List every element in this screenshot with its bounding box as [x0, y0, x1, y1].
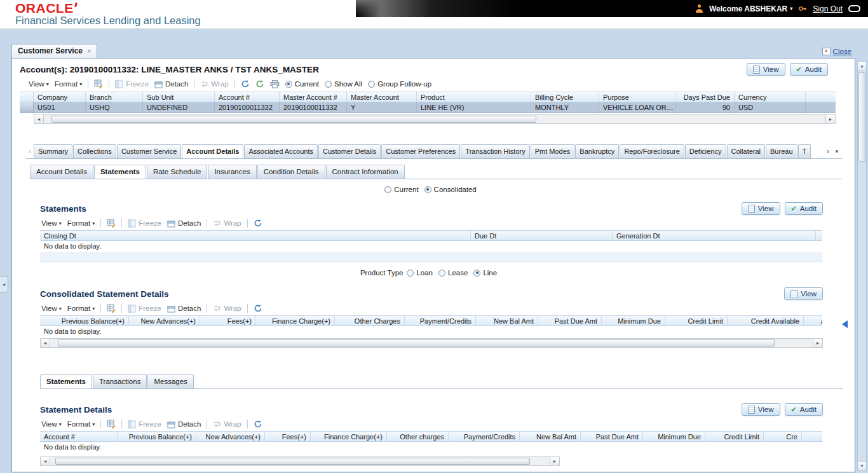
welcome-menu[interactable]: Welcome ABSHEKAR▾ — [709, 4, 792, 13]
column-header[interactable]: Billing Cycle — [531, 92, 599, 102]
scroll-right-icon[interactable]: ► — [813, 339, 822, 347]
column-header[interactable]: Other Charges — [335, 316, 405, 326]
column-header[interactable]: Finance Charge(+) — [311, 432, 387, 441]
tab-item[interactable]: Statements — [40, 374, 92, 388]
column-header[interactable]: Purpose — [599, 92, 675, 102]
audit-button[interactable]: ✔Audit — [785, 403, 823, 416]
column-header[interactable]: Other charges — [387, 432, 449, 441]
radio-option[interactable]: Group Follow-up — [368, 80, 431, 88]
refresh-all-icon[interactable] — [255, 79, 264, 88]
format-menu[interactable]: Format▾ — [67, 420, 95, 428]
view-menu[interactable]: View▾ — [41, 305, 62, 312]
refresh-icon[interactable] — [241, 79, 250, 88]
export-icon[interactable] — [107, 219, 116, 228]
freeze-button[interactable]: Freeze — [115, 80, 149, 88]
column-header[interactable]: Cre — [764, 432, 802, 441]
tab-item[interactable]: Transactions — [93, 374, 147, 388]
detach-button[interactable]: Detach — [167, 420, 201, 428]
radio-option[interactable]: Line — [473, 269, 497, 277]
tab-item[interactable]: Collateral — [727, 144, 765, 158]
tab-item[interactable]: Customer Service — [117, 144, 181, 158]
scroll-thumb[interactable] — [858, 72, 865, 161]
column-header[interactable]: Account # — [215, 92, 280, 102]
close-icon[interactable]: ✕ — [822, 48, 831, 55]
tab-customer-service[interactable]: Customer Service × — [11, 44, 97, 58]
freeze-button[interactable]: Freeze — [128, 420, 161, 428]
tab-item[interactable]: Repo/Foreclosure — [620, 144, 684, 158]
view-button[interactable]: View — [784, 287, 823, 300]
column-header[interactable]: Closing Dt — [40, 231, 471, 240]
refresh-icon[interactable] — [254, 304, 262, 313]
tab-item[interactable]: Insurances — [208, 165, 256, 179]
tab-item[interactable]: Account Details — [30, 165, 93, 179]
wrap-button[interactable]: Wrap — [200, 80, 228, 88]
column-header[interactable]: New Advances(+) — [196, 432, 265, 441]
wrap-button[interactable]: Wrap — [213, 420, 241, 428]
column-header[interactable]: Company — [34, 92, 86, 102]
column-header[interactable]: Minimum Due — [643, 432, 705, 441]
scroll-track[interactable] — [50, 457, 550, 465]
column-header[interactable]: New Bal Amt — [476, 316, 538, 326]
scroll-track[interactable] — [44, 115, 825, 123]
column-header[interactable]: Credit Limit — [705, 432, 764, 441]
audit-button[interactable]: ✔Audit — [790, 63, 828, 76]
column-header[interactable]: New Bal Amt — [520, 432, 581, 441]
scroll-left-icon[interactable]: ◄ — [41, 339, 50, 347]
column-header[interactable]: Payment/Credits — [449, 432, 520, 441]
column-header[interactable]: New Advances(+) — [129, 316, 200, 326]
tabs-scroll-left-icon[interactable]: ‹ — [26, 145, 34, 158]
tab-item[interactable]: Pmt Modes — [531, 144, 575, 158]
tab-item[interactable]: T — [798, 144, 811, 158]
column-header[interactable]: Minimum Due — [602, 316, 665, 326]
column-header[interactable]: Fees(+) — [200, 316, 256, 326]
scroll-thumb[interactable] — [55, 458, 530, 465]
radio-option[interactable]: Loan — [407, 269, 433, 277]
sign-out-link[interactable]: Sign Out — [813, 4, 843, 13]
column-header[interactable]: Previous Balance(+) — [118, 432, 196, 441]
tab-item[interactable]: Customer Preferences — [381, 144, 460, 158]
tabs-scroll-right-icon[interactable]: › — [824, 145, 832, 158]
view-button[interactable]: View — [742, 403, 780, 416]
column-header[interactable]: Credit Available — [728, 316, 804, 326]
column-header[interactable]: Currency — [735, 92, 806, 102]
column-header[interactable]: Previous Balance(+) — [40, 316, 129, 326]
column-header[interactable]: Fees(+) — [265, 432, 311, 441]
tab-item[interactable]: Bureau — [766, 144, 797, 158]
scroll-thumb[interactable] — [58, 339, 775, 346]
splitter-collapse-icon[interactable] — [842, 320, 848, 328]
refresh-icon[interactable] — [254, 420, 262, 428]
view-button[interactable]: View — [742, 202, 780, 215]
export-icon[interactable] — [107, 420, 116, 428]
tab-item[interactable]: Messages — [147, 374, 193, 388]
column-header[interactable]: Sub Unit — [143, 92, 215, 102]
tab-item[interactable]: Rate Schedule — [147, 165, 207, 179]
scroll-left-icon[interactable]: ◄ — [34, 115, 44, 123]
radio-option[interactable]: Lease — [438, 269, 468, 277]
tab-item[interactable]: Statements — [94, 165, 146, 179]
tab-item[interactable]: Contract Information — [326, 165, 405, 179]
tab-item[interactable]: Customer Details — [318, 144, 381, 158]
scroll-right-icon[interactable]: ► — [825, 115, 835, 123]
scroll-thumb[interactable] — [51, 116, 536, 123]
tab-item[interactable]: Associated Accounts — [244, 144, 318, 158]
column-header[interactable]: Payment/Credits — [405, 316, 476, 326]
column-header[interactable]: Branch — [86, 92, 143, 102]
tab-item[interactable]: Summary — [34, 144, 72, 158]
print-icon[interactable] — [270, 80, 280, 88]
row-selector[interactable] — [20, 102, 34, 113]
scroll-up-icon[interactable]: ▲ — [858, 62, 866, 71]
scroll-track[interactable] — [50, 339, 813, 347]
tab-item[interactable]: Deficiency — [685, 144, 726, 158]
tab-item[interactable]: Bankruptcy — [575, 144, 619, 158]
view-menu[interactable]: View▾ — [29, 80, 49, 88]
scroll-left-icon[interactable]: ◄ — [41, 457, 50, 465]
detach-button[interactable]: Detach — [167, 219, 201, 228]
column-header[interactable]: Due Dt — [471, 231, 613, 240]
column-header[interactable]: Credit Limit — [665, 316, 728, 326]
close-tab-icon[interactable]: × — [87, 47, 91, 55]
tab-item[interactable]: Condition Details — [257, 165, 325, 179]
export-icon[interactable] — [107, 304, 116, 313]
view-menu[interactable]: View▾ — [41, 420, 62, 428]
format-menu[interactable]: Format▾ — [67, 219, 95, 227]
radio-option[interactable]: Show All — [325, 80, 362, 88]
